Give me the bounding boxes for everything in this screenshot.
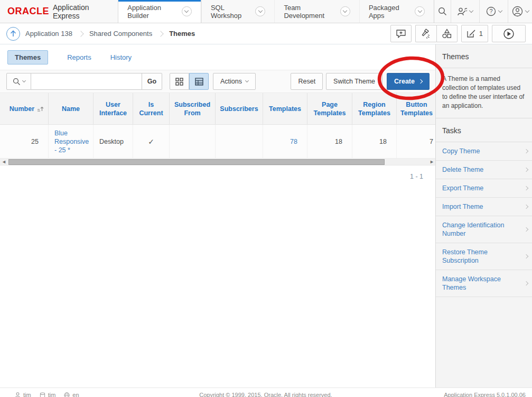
footer-copyright: Copyright © 1999, 2015, Oracle. All righ… [88, 392, 444, 397]
task-delete-theme[interactable]: Delete Theme [436, 161, 532, 179]
task-copy-theme[interactable]: Copy Theme [436, 142, 532, 161]
cell-is-current: ✓ [133, 125, 170, 158]
chevron-down-icon[interactable] [415, 6, 425, 16]
column-header-templates[interactable]: Templates [263, 93, 307, 124]
theme-name-link[interactable]: Blue Responsive - 25 * [54, 129, 89, 154]
search-icon[interactable] [434, 0, 451, 23]
cell-number: 25 [0, 125, 49, 158]
task-export-theme[interactable]: Export Theme [436, 179, 532, 198]
nav-tab-application-builder[interactable]: Application Builder [118, 0, 201, 23]
cell-templates: 78 [263, 125, 307, 158]
sidebar-about-title: Themes [436, 44, 532, 68]
column-header-button-templates[interactable]: Button Templates [397, 93, 437, 124]
navbar-icon-group: ? [434, 0, 532, 23]
actions-menu-button[interactable]: Actions [213, 73, 256, 90]
administration-icon[interactable] [451, 0, 479, 23]
column-header-number[interactable]: Number [0, 93, 49, 124]
task-restore-theme-subscription[interactable]: Restore Theme Subscription [436, 243, 532, 270]
sidebar-about-text: A Theme is a named collection of templat… [436, 68, 532, 118]
nav-tab-packaged-apps[interactable]: Packaged Apps [359, 0, 434, 23]
shared-components-button[interactable] [436, 25, 458, 42]
task-manage-workspace-themes[interactable]: Manage Workspace Themes [436, 270, 532, 297]
cell-region-templates: 18 [352, 125, 397, 158]
column-header-name[interactable]: Name [49, 93, 94, 124]
scroll-right-arrow-icon[interactable]: ► [428, 159, 436, 165]
scrollbar-thumb[interactable] [8, 159, 385, 165]
breadcrumb-separator [157, 31, 163, 36]
breadcrumb-bar: Application 138 Shared Components Themes… [0, 23, 532, 44]
create-label: Create [394, 78, 415, 85]
apex-logo-text: Application Express [53, 3, 106, 20]
region-tabs: Themes Reports History [0, 44, 436, 70]
top-navbar: ORACLE Application Express Application B… [0, 0, 532, 23]
nav-tab-label: Application Builder [127, 4, 177, 20]
search-input[interactable] [31, 73, 142, 90]
breadcrumb-shared-components[interactable]: Shared Components [89, 30, 152, 38]
reset-button[interactable]: Reset [291, 73, 323, 90]
report-view-button[interactable] [189, 73, 209, 90]
chevron-down-icon[interactable] [340, 6, 350, 16]
footer-schema: tim [40, 392, 56, 397]
main-content: Themes Reports History Go Actions Reset [0, 44, 436, 387]
breadcrumb-application[interactable]: Application 138 [25, 30, 72, 38]
user-icon [15, 392, 21, 397]
tab-themes[interactable]: Themes [7, 50, 48, 64]
globe-icon [64, 392, 70, 397]
icon-view-button[interactable] [170, 73, 189, 90]
task-label: Delete Theme [442, 165, 483, 174]
report-toolbar: Go Actions Reset Switch Theme Create [0, 70, 436, 93]
column-header-subscribed-from[interactable]: Subscribed From [170, 93, 216, 124]
tab-history[interactable]: History [110, 53, 132, 61]
cell-user-interface: Desktop [94, 125, 133, 158]
help-icon[interactable]: ? [479, 0, 508, 23]
horizontal-scrollbar[interactable]: ◄ ► [0, 159, 436, 165]
actions-label: Actions [220, 78, 242, 85]
task-label: Change Identification Number [442, 221, 516, 238]
column-header-user-interface[interactable]: User Interface [94, 93, 133, 124]
check-icon: ✓ [148, 137, 154, 146]
svg-text:?: ? [489, 8, 492, 14]
task-change-identification-number[interactable]: Change Identification Number [436, 216, 532, 243]
create-button[interactable]: Create [387, 73, 430, 90]
switch-theme-button[interactable]: Switch Theme [326, 73, 382, 90]
column-header-page-templates[interactable]: Page Templates [307, 93, 352, 124]
column-header-subscribers[interactable]: Subscribers [216, 93, 263, 124]
task-label: Copy Theme [442, 147, 480, 155]
nav-tab-team-development[interactable]: Team Development [274, 0, 359, 23]
page-footer: tim tim en Copyright © 1999, 2015, Oracl… [0, 387, 532, 397]
right-sidebar: Themes A Theme is a named collection of … [435, 44, 532, 387]
task-label: Import Theme [442, 202, 483, 211]
templates-count-link[interactable]: 78 [290, 137, 297, 146]
run-application-button[interactable] [492, 25, 526, 42]
search-column-selector[interactable] [6, 73, 31, 90]
tab-reports[interactable]: Reports [67, 53, 91, 61]
account-icon[interactable] [508, 0, 532, 23]
footer-version: Application Express 5.0.1.00.06 [444, 392, 527, 397]
sidebar-tasks-title: Tasks [436, 118, 532, 142]
edit-page-button[interactable]: 1 [461, 25, 488, 42]
go-button[interactable]: Go [142, 73, 162, 90]
column-header-is-current[interactable]: Is Current [133, 93, 170, 124]
nav-tab-label: SQL Workshop [211, 4, 250, 20]
feedback-button[interactable] [390, 25, 412, 42]
table-row: 25 Blue Responsive - 25 * Desktop ✓ 78 1… [0, 125, 436, 159]
cell-name: Blue Responsive - 25 * [49, 125, 94, 158]
column-header-region-templates[interactable]: Region Templates [352, 93, 397, 124]
up-arrow-icon[interactable] [6, 27, 20, 41]
task-label: Restore Theme Subscription [442, 248, 506, 265]
footer-user: tim [15, 392, 31, 397]
cell-page-templates: 18 [307, 125, 352, 158]
sort-ascending-icon [37, 106, 44, 112]
nav-tab-sql-workshop[interactable]: SQL Workshop [201, 0, 274, 23]
task-label: Export Theme [442, 184, 483, 192]
scroll-left-arrow-icon[interactable]: ◄ [0, 159, 8, 165]
utilities-flashlight-button[interactable] [415, 25, 436, 42]
chevron-down-icon[interactable] [255, 6, 265, 16]
chevron-down-icon[interactable] [182, 6, 192, 16]
oracle-logo-text: ORACLE [7, 6, 49, 17]
cell-subscribers [216, 125, 263, 158]
breadcrumb-separator [78, 31, 83, 36]
cell-subscribed-from [170, 125, 216, 158]
task-import-theme[interactable]: Import Theme [436, 198, 532, 216]
nav-tab-label: Packaged Apps [369, 4, 410, 20]
